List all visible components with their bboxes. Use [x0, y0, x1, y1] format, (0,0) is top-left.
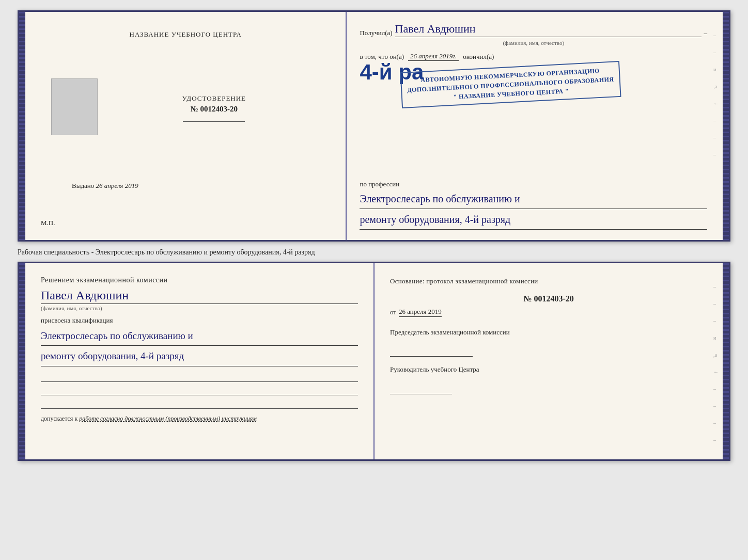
osnov-line: Основание: протокол экзаменационной коми… [390, 276, 707, 286]
bottom-right-spine [723, 263, 729, 459]
blank-lines [41, 371, 358, 409]
photo-placeholder [51, 78, 98, 135]
cert-number-section: УДОСТОВЕРЕНИЕ № 0012403-20 [182, 94, 246, 114]
person-name-top: Павел Авдюшин [395, 22, 702, 37]
blank-line-3 [41, 397, 358, 409]
received-label: Получил(а) [360, 29, 392, 37]
org-line-1: АВТОНОМНУЮ НЕКОММЕРЧЕСКУЮ ОРГАНИЗАЦИЮ ДО… [407, 66, 615, 104]
blank-line-1 [41, 371, 358, 382]
director-sign-line [390, 384, 452, 394]
director-label: Руководитель учебного Центра [390, 364, 707, 375]
blank-line-2 [41, 384, 358, 395]
mp-line: М.П. [41, 219, 55, 227]
po-professii: по профессии [360, 180, 707, 188]
left-spine [19, 12, 25, 240]
chairman-sign-line [390, 346, 473, 357]
signature-line [183, 121, 245, 122]
dopuskaetsya-label: допускается к [41, 415, 77, 422]
dopuskaetsya: допускается к работе согласно должностны… [41, 415, 358, 423]
right-spine [723, 12, 729, 240]
issued-line: Выдано 26 апреля 2019 [72, 182, 330, 190]
bottom-certificate-book: Решением экзаменационной комиссии Павел … [18, 262, 730, 461]
dopuskaetsya-text: работе согласно должностным (производств… [79, 415, 257, 422]
ot-label: от [390, 308, 396, 316]
issued-label: Выдано [72, 182, 94, 189]
left-title: НАЗВАНИЕ УЧЕБНОГО ЦЕНТРА [130, 30, 242, 39]
ot-line: от 26 апреля 2019 [390, 308, 707, 317]
qual-line-1: Электрослесарь по обслуживанию и [41, 328, 358, 346]
protocol-number: № 0012403-20 [390, 294, 707, 303]
bottom-left-page: Решением экзаменационной комиссии Павел … [25, 263, 375, 459]
middle-text: Рабочая специальность - Электрослесарь п… [18, 246, 315, 258]
right-dashes: – – и ,а ← – – – [713, 33, 719, 157]
cert-right-page: Получил(а) Павел Авдюшин – (фамилия, имя… [347, 12, 723, 240]
name-subtitle-bottom: (фамилия, имя, отчество) [41, 305, 358, 311]
issued-date: 26 апреля 2019 [96, 182, 138, 189]
decision-title: Решением экзаменационной комиссии [41, 276, 358, 284]
prisvoena-label: присвоена квалификация [41, 316, 358, 325]
profession-section: по профессии Электрослесарь по обслужива… [360, 180, 707, 230]
bottom-left-spine [19, 263, 25, 459]
qual-line-2: ремонту оборудования, 4-й разряд [41, 348, 358, 366]
cert-number: № 0012403-20 [182, 105, 246, 114]
profession-line-1: Электрослесарь по обслуживанию и [360, 190, 707, 209]
middle-text-content: Рабочая специальность - Электрослесарь п… [18, 248, 315, 256]
cert-left-page: НАЗВАНИЕ УЧЕБНОГО ЦЕНТРА УДОСТОВЕРЕНИЕ №… [25, 12, 347, 240]
received-line: Получил(а) Павел Авдюшин – [360, 22, 707, 37]
okoncil-label: окончил(а) [463, 53, 494, 61]
name-subtitle-top: (фамилия, имя, отчество) [360, 40, 707, 46]
right-dashes-bottom: – – – и ,а ← – – – – [713, 284, 719, 443]
document-container: НАЗВАНИЕ УЧЕБНОГО ЦЕНТРА УДОСТОВЕРЕНИЕ №… [18, 10, 730, 461]
dash-after-name: – [704, 29, 708, 37]
stamp-box: АВТОНОМНУЮ НЕКОММЕРЧЕСКУЮ ОРГАНИЗАЦИЮ ДО… [400, 61, 621, 108]
chairman-section: Председатель экзаменационной комиссии [390, 327, 707, 357]
bottom-right-page: Основание: протокол экзаменационной коми… [375, 263, 723, 459]
chairman-label: Председатель экзаменационной комиссии [390, 327, 707, 338]
director-section: Руководитель учебного Центра [390, 364, 707, 394]
ot-date: 26 апреля 2019 [399, 308, 442, 317]
person-name-bottom: Павел Авдюшин [41, 289, 358, 304]
cert-label: УДОСТОВЕРЕНИЕ [182, 94, 246, 103]
profession-line-2: ремонту оборудования, 4-й разряд [360, 211, 707, 230]
top-certificate-book: НАЗВАНИЕ УЧЕБНОГО ЦЕНТРА УДОСТОВЕРЕНИЕ №… [18, 10, 730, 242]
